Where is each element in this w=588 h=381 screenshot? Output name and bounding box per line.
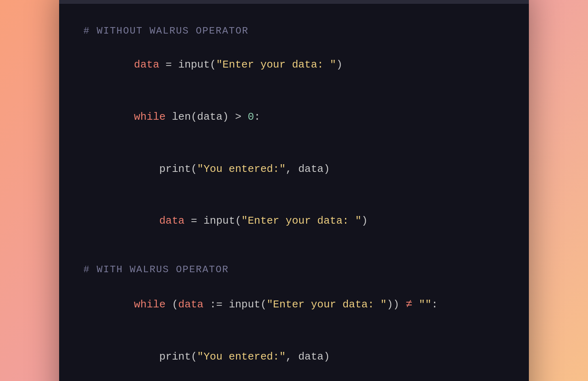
num-zero: 0: [248, 111, 254, 123]
str-empty: "": [413, 298, 432, 311]
str-you-entered2: "You entered:": [197, 351, 285, 363]
paren-close: ): [336, 59, 343, 71]
walrus-op: := input(: [203, 298, 266, 311]
neq-symbol: ≠: [406, 298, 413, 311]
op-equals: =: [159, 59, 178, 71]
title-bar: 🐍 main.py: [59, 0, 529, 4]
code-line-walrus-while: while (data := input("Enter your data: "…: [83, 278, 505, 331]
indent-print2: print(: [134, 351, 197, 363]
op-equals2: = input(: [185, 215, 241, 227]
keyword-data3: data: [178, 298, 203, 311]
indent-data: [134, 215, 159, 227]
code-line-data-input2: data = input("Enter your data: "): [83, 195, 505, 247]
code-line-print1: print("You entered:", data): [83, 143, 505, 195]
keyword-data: data: [134, 59, 159, 71]
code-line-print2: print("You entered:", data): [83, 331, 505, 381]
str-enter-data3: "Enter your data: ": [267, 298, 387, 311]
code-block: # WITHOUT WALRUS OPERATOR data = input("…: [83, 23, 505, 381]
walrus-expr: (: [166, 298, 178, 311]
keyword-data2: data: [159, 215, 184, 227]
paren-close2: ): [362, 215, 368, 227]
walrus-close: )): [387, 298, 406, 311]
while-condition: len(data) >: [166, 111, 248, 123]
indent-print1: print(: [134, 163, 197, 175]
comment-with-walrus: # WITH WALRUS OPERATOR: [83, 262, 505, 278]
keyword-while2: while: [134, 298, 166, 311]
colon1: :: [254, 111, 260, 123]
comma-data1: , data): [285, 163, 330, 175]
spacer: [83, 247, 505, 262]
code-line-data-input: data = input("Enter your data: "): [83, 39, 505, 91]
fn-input: input(: [178, 59, 216, 71]
comma-data2: , data): [285, 351, 330, 363]
str-enter-data: "Enter your data: ": [216, 59, 336, 71]
str-you-entered: "You entered:": [197, 163, 285, 175]
code-area: # WITHOUT WALRUS OPERATOR data = input("…: [59, 4, 529, 381]
comment-without-walrus: # WITHOUT WALRUS OPERATOR: [83, 23, 505, 39]
editor-window: 🐍 main.py # WITHOUT WALRUS OPERATOR data…: [59, 0, 529, 381]
colon2: :: [431, 298, 438, 311]
keyword-while: while: [134, 111, 166, 123]
code-line-while: while len(data) > 0:: [83, 91, 505, 143]
str-enter-data2: "Enter your data: ": [241, 215, 361, 227]
